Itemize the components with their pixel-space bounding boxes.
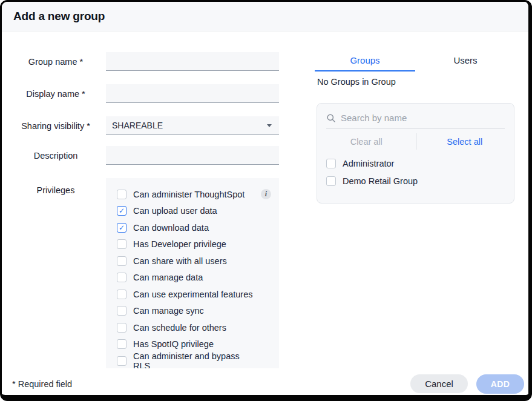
membership-tabs: Groups Users xyxy=(315,53,516,71)
chevron-down-icon xyxy=(267,124,272,127)
privilege-row: Can upload user data i xyxy=(106,203,279,220)
member-label: Demo Retail Group xyxy=(343,176,418,186)
list-item: Administrator xyxy=(317,154,514,172)
member-label: Administrator xyxy=(343,159,394,168)
privilege-label: Can administer and bypass RLS xyxy=(133,351,255,368)
privileges-label: Privileges xyxy=(2,178,106,195)
privilege-label: Can use experimental features xyxy=(133,290,252,299)
tab-groups[interactable]: Groups xyxy=(315,53,415,71)
privilege-label: Can schedule for others xyxy=(133,323,226,333)
clear-all-button[interactable]: Clear all xyxy=(317,137,416,147)
member-picker-panel: Clear all Select all Administrator Demo … xyxy=(317,103,514,204)
checkbox[interactable] xyxy=(117,206,126,216)
privilege-label: Can download data xyxy=(133,223,209,233)
privilege-row: Can share with all users i xyxy=(106,253,279,270)
display-name-input[interactable] xyxy=(106,84,279,103)
cancel-button[interactable]: Cancel xyxy=(410,374,468,393)
search-input[interactable] xyxy=(341,113,505,123)
privilege-row: Can administer ThoughtSpot i xyxy=(106,186,279,203)
info-icon[interactable]: i xyxy=(261,189,271,199)
privilege-label: Can upload user data xyxy=(133,206,217,216)
empty-groups-message: No Groups in Group xyxy=(317,77,396,87)
privilege-row: Can administer and bypass RLS i xyxy=(106,353,279,368)
required-field-note: * Required field xyxy=(12,379,72,389)
checkbox[interactable] xyxy=(117,356,126,366)
group-name-input[interactable] xyxy=(106,52,279,71)
checkbox[interactable] xyxy=(117,239,126,249)
sharing-visibility-select[interactable]: SHAREABLE xyxy=(106,116,279,135)
privilege-row: Has SpotIQ privilege i xyxy=(106,336,279,353)
privilege-row: Can download data i xyxy=(106,219,279,236)
group-name-row: Group name * xyxy=(2,52,279,71)
checkbox[interactable] xyxy=(117,306,126,316)
description-input[interactable] xyxy=(106,146,279,165)
select-all-button[interactable]: Select all xyxy=(416,137,514,147)
sharing-visibility-value: SHAREABLE xyxy=(112,121,163,130)
add-button[interactable]: ADD xyxy=(476,374,524,394)
privilege-row: Can use experimental features i xyxy=(106,286,279,303)
checkbox[interactable] xyxy=(117,190,126,199)
privilege-row: Can schedule for others i xyxy=(106,319,279,336)
privilege-label: Has SpotIQ privilege xyxy=(133,339,214,349)
privilege-row: Can manage sync i xyxy=(106,303,279,320)
sharing-visibility-label: Sharing visibility * xyxy=(2,121,106,131)
checkbox[interactable] xyxy=(117,256,126,266)
description-row: Description xyxy=(2,146,279,165)
sharing-visibility-row: Sharing visibility * SHAREABLE xyxy=(2,116,279,135)
checkbox[interactable] xyxy=(117,323,126,333)
checkbox[interactable] xyxy=(117,273,126,282)
checkbox[interactable] xyxy=(117,339,126,349)
list-item: Demo Retail Group xyxy=(317,172,514,190)
description-label: Description xyxy=(2,151,106,161)
privileges-panel: Can administer ThoughtSpot i Can upload … xyxy=(106,178,279,368)
group-name-label: Group name * xyxy=(2,57,106,67)
privilege-label: Has Developer privilege xyxy=(133,239,226,249)
checkbox[interactable] xyxy=(326,176,336,186)
privileges-row: Privileges Can administer ThoughtSpot i … xyxy=(2,178,279,368)
tab-users[interactable]: Users xyxy=(415,53,516,71)
display-name-row: Display name * xyxy=(2,84,279,103)
privilege-row: Has Developer privilege i xyxy=(106,236,279,253)
checkbox[interactable] xyxy=(326,159,336,168)
privilege-label: Can administer ThoughtSpot xyxy=(133,190,245,199)
page-title: Add a new group xyxy=(13,10,105,23)
privilege-label: Can manage sync xyxy=(133,306,204,316)
display-name-label: Display name * xyxy=(2,89,106,99)
privilege-row: Can manage data i xyxy=(106,270,279,287)
checkbox[interactable] xyxy=(117,223,126,233)
add-group-dialog: Add a new group Group name * Display nam… xyxy=(0,0,532,401)
dialog-header: Add a new group xyxy=(2,2,528,31)
search-icon xyxy=(326,113,336,123)
actions-divider xyxy=(416,133,416,150)
checkbox[interactable] xyxy=(117,290,126,299)
search-row xyxy=(326,113,505,128)
privilege-label: Can share with all users xyxy=(133,256,227,266)
membership-list: Administrator Demo Retail Group xyxy=(317,154,514,190)
bulk-actions: Clear all Select all xyxy=(317,128,514,154)
privilege-label: Can manage data xyxy=(133,273,203,282)
